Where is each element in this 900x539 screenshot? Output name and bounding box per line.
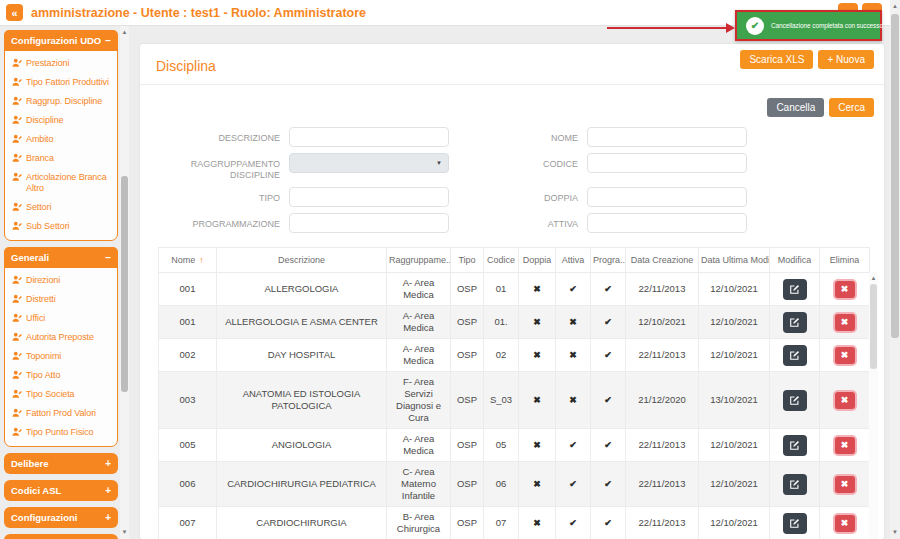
table-scrollbar[interactable]: ▲ ▼ xyxy=(869,272,878,539)
app: { "accent_color": "#f6861f", "glyphs": {… xyxy=(0,0,900,539)
close-x-icon: ✖ xyxy=(841,317,849,327)
sidebar-item-articolazione-branca-altro[interactable]: Articolazione Branca Altro xyxy=(8,168,115,198)
sidebar-item-uffici[interactable]: Uffici xyxy=(8,309,115,328)
col-codice[interactable]: Codice xyxy=(484,248,519,273)
col-data-creazione[interactable]: Data Creazione xyxy=(626,248,699,273)
attiva-label: ATTIVA xyxy=(458,213,578,230)
sidebar-item-label: Fattori Prod Valori xyxy=(26,408,96,419)
sidebar-item-autorita-preposte[interactable]: Autorita Preposte xyxy=(8,328,115,347)
doppia-input[interactable] xyxy=(587,187,747,207)
col-modifica[interactable]: Modifica xyxy=(770,248,820,273)
sidebar-item-direzioni[interactable]: Direzioni xyxy=(8,271,115,290)
elimina-button[interactable]: ✖ xyxy=(833,312,857,333)
sidebar-item-distretti[interactable]: Distretti xyxy=(8,290,115,309)
elimina-button[interactable]: ✖ xyxy=(833,513,857,534)
cancella-button[interactable]: Cancella xyxy=(767,98,824,117)
sidebar-collapse-button[interactable]: « xyxy=(6,4,23,21)
section-toggle-icon[interactable]: + xyxy=(105,487,111,495)
sidebar-item-tipo-fattori-produttivi[interactable]: Tipo Fattori Produttivi xyxy=(8,73,115,92)
programmazione-mark: ✔ xyxy=(604,440,612,450)
sidebar-item-tipo-atto[interactable]: Tipo Atto xyxy=(8,366,115,385)
sidebar-item-fattori-prod-valori[interactable]: Fattori Prod Valori xyxy=(8,404,115,423)
programmazione-mark: ✔ xyxy=(604,479,612,489)
section-toggle-icon[interactable]: − xyxy=(105,254,111,262)
doppia-mark: ✖ xyxy=(533,317,541,327)
sidebar-section-header[interactable]: Generali − xyxy=(4,247,118,268)
col-attiva[interactable]: Attiva xyxy=(556,248,591,273)
cell-codice: 01 xyxy=(484,273,519,306)
edit-pencil-icon xyxy=(789,440,800,451)
cell-codice: 02 xyxy=(484,339,519,372)
cell-data-ultima-modifica: 12/10/2021 xyxy=(699,507,770,539)
sidebar-item-sub-settori[interactable]: Sub Settori xyxy=(8,217,115,236)
col-tipo[interactable]: Tipo xyxy=(451,248,484,273)
nome-input[interactable] xyxy=(587,127,747,147)
sidebar-section-header[interactable]: Utility + xyxy=(4,534,118,539)
scroll-down-arrow[interactable]: ▼ xyxy=(122,528,128,537)
modifica-button[interactable] xyxy=(783,513,807,534)
section-toggle-icon[interactable]: + xyxy=(105,460,111,468)
elimina-button[interactable]: ✖ xyxy=(833,474,857,495)
scroll-up-arrow[interactable]: ▲ xyxy=(892,2,898,11)
attiva-input[interactable] xyxy=(587,213,747,233)
sidebar-section-header[interactable]: Configurazioni + xyxy=(4,507,118,528)
col-doppia[interactable]: Doppia xyxy=(519,248,556,273)
main-content: Disciplina Scarica XLS + Nuova Cancella … xyxy=(131,26,890,539)
sidebar-scrollbar-thumb[interactable] xyxy=(121,176,128,392)
sidebar-section-header[interactable]: Delibere + xyxy=(4,453,118,474)
sidebar-item-tipo-punto-fisico[interactable]: Tipo Punto Fisico xyxy=(8,423,115,442)
page-scrollbar[interactable]: ▲ ▼ xyxy=(890,0,900,539)
cell-data-creazione: 22/11/2013 xyxy=(626,339,699,372)
sidebar-section-header[interactable]: Configurazioni UDO − xyxy=(4,30,118,51)
col-label: Data Creazione xyxy=(631,255,694,265)
sidebar-item-settori[interactable]: Settori xyxy=(8,198,115,217)
sidebar-item-ambito[interactable]: Ambito xyxy=(8,130,115,149)
elimina-button[interactable]: ✖ xyxy=(833,435,857,456)
cell-nome: 001 xyxy=(159,306,217,339)
page-scrollbar-thumb[interactable] xyxy=(891,14,899,338)
edit-pencil-icon xyxy=(789,518,800,529)
raggruppamento-discipline-select[interactable]: ▼ xyxy=(289,153,449,173)
scroll-up-arrow[interactable]: ▲ xyxy=(871,274,877,283)
elimina-button[interactable]: ✖ xyxy=(833,390,857,411)
programmazione-input[interactable] xyxy=(289,213,449,233)
col-data-ultima-modi[interactable]: Data Ultima Modi... xyxy=(699,248,770,273)
user-icon xyxy=(12,221,22,231)
sidebar-scrollbar[interactable]: ▲ ▼ xyxy=(120,26,129,539)
section-toggle-icon[interactable]: + xyxy=(105,514,111,522)
sidebar-item-prestazioni[interactable]: Prestazioni xyxy=(8,54,115,73)
section-toggle-icon[interactable]: − xyxy=(105,37,111,45)
codice-input[interactable] xyxy=(587,153,747,173)
sidebar-item-label: Branca xyxy=(26,153,54,164)
descrizione-input[interactable] xyxy=(289,127,449,147)
attiva-mark: ✔ xyxy=(569,440,577,450)
scarica-xls-button[interactable]: Scarica XLS xyxy=(740,50,813,69)
nuova-button[interactable]: + Nuova xyxy=(818,50,874,69)
scroll-up-arrow[interactable]: ▲ xyxy=(122,28,128,37)
col-descrizione[interactable]: Descrizione xyxy=(217,248,387,273)
cell-codice: 06 xyxy=(484,462,519,507)
modifica-button[interactable] xyxy=(783,390,807,411)
modifica-button[interactable] xyxy=(783,435,807,456)
sidebar-item-raggrup-discipline[interactable]: Raggrup. Discipline xyxy=(8,92,115,111)
sidebar-item-tipo-societa[interactable]: Tipo Societa xyxy=(8,385,115,404)
table-scrollbar-thumb[interactable] xyxy=(870,284,877,369)
col-elimina[interactable]: Elimina xyxy=(820,248,870,273)
col-raggruppame[interactable]: Raggruppame... xyxy=(387,248,451,273)
col-progra[interactable]: Progra... xyxy=(591,248,626,273)
elimina-button[interactable]: ✖ xyxy=(833,279,857,300)
sidebar-item-discipline[interactable]: Discipline xyxy=(8,111,115,130)
sidebar-item-toponimi[interactable]: Toponimi xyxy=(8,347,115,366)
elimina-button[interactable]: ✖ xyxy=(833,345,857,366)
tipo-input[interactable] xyxy=(289,187,449,207)
modifica-button[interactable] xyxy=(783,312,807,333)
edit-pencil-icon xyxy=(789,317,800,328)
scroll-down-arrow[interactable]: ▼ xyxy=(892,528,898,537)
col-nome[interactable]: Nome↑ xyxy=(159,248,217,273)
modifica-button[interactable] xyxy=(783,279,807,300)
sidebar-item-branca[interactable]: Branca xyxy=(8,149,115,168)
modifica-button[interactable] xyxy=(783,345,807,366)
cerca-button[interactable]: Cerca xyxy=(829,98,874,117)
modifica-button[interactable] xyxy=(783,474,807,495)
sidebar-section-header[interactable]: Codici ASL + xyxy=(4,480,118,501)
